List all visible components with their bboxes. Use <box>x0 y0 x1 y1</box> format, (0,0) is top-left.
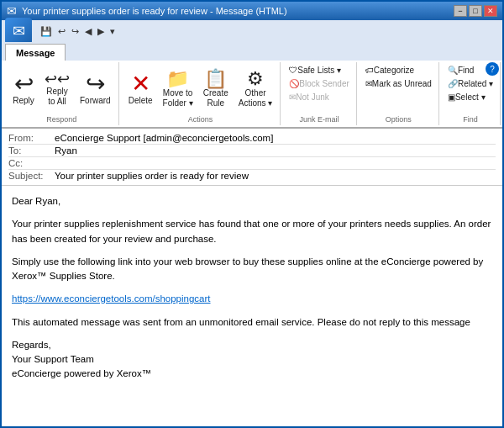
not-junk-button[interactable]: ✉ Not Junk <box>286 91 352 103</box>
safe-lists-button[interactable]: 🛡 Safe Lists ▾ <box>286 64 352 77</box>
tab-message[interactable]: Message <box>5 44 66 61</box>
email-link[interactable]: https://www.econciergetools.com/shopping… <box>12 293 211 304</box>
find-icon: 🔍 <box>448 66 458 75</box>
reply-all-button[interactable]: ↩↩ Replyto All <box>40 69 74 109</box>
email-regards: Regards, Your Support Team eConcierge po… <box>12 338 492 382</box>
window-title: Your printer supplies order is ready for… <box>22 6 287 16</box>
email-header: From: eConcierge Support [admin@econcier… <box>2 129 502 186</box>
categorize-icon: 🏷 <box>365 66 374 75</box>
to-label: To: <box>8 145 55 156</box>
reply-all-icon: ↩↩ <box>45 71 70 87</box>
select-button[interactable]: ▣ Select ▾ <box>444 91 496 103</box>
create-rule-icon: 📋 <box>204 70 227 88</box>
to-value: Ryan <box>55 145 77 156</box>
options-buttons: 🏷 Categorize ✉ Mark as Unread <box>362 64 435 90</box>
categorize-button[interactable]: 🏷 Categorize <box>362 64 435 77</box>
maximize-button[interactable]: □ <box>469 5 482 17</box>
block-sender-button[interactable]: 🚫 Block Sender <box>286 77 352 90</box>
cc-field: Cc: <box>8 157 496 170</box>
select-icon: ▣ <box>448 92 455 102</box>
email-greeting: Dear Ryan, <box>12 194 492 209</box>
respond-buttons: ↩ Reply ↩↩ Replyto All ↪ Forward <box>8 64 115 114</box>
qa-prev[interactable]: ◀ <box>83 26 93 37</box>
mark-unread-button[interactable]: ✉ Mark as Unread <box>362 77 435 90</box>
not-junk-icon: ✉ <box>289 92 296 102</box>
other-actions-button[interactable]: ⚙ OtherActions ▾ <box>234 67 277 111</box>
ribbon-group-respond: ↩ Reply ↩↩ Replyto All ↪ Forward Respond <box>5 62 119 125</box>
close-button[interactable]: ✕ <box>484 5 497 17</box>
from-field: From: eConcierge Support [admin@econcier… <box>8 132 496 145</box>
qa-save[interactable]: 💾 <box>39 26 54 37</box>
email-para3: This automated message was sent from an … <box>12 315 492 330</box>
safe-lists-icon: 🛡 <box>289 66 297 75</box>
create-rule-button[interactable]: 📋 CreateRule <box>199 67 233 111</box>
related-button[interactable]: 🔗 Related ▾ <box>444 77 496 90</box>
respond-label: Respond <box>46 114 76 124</box>
ribbon-tab-bar: Message ? <box>2 42 502 61</box>
qa-next[interactable]: ▶ <box>96 26 106 37</box>
actions-label: Actions <box>188 114 213 124</box>
outlook-icon: ✉ <box>5 18 32 45</box>
qa-dropdown[interactable]: ▾ <box>108 26 117 37</box>
from-value: eConcierge Support [admin@econciergetool… <box>55 133 273 143</box>
title-bar: ✉ Your printer supplies order is ready f… <box>2 2 502 20</box>
forward-button[interactable]: ↪ Forward <box>76 70 115 108</box>
junk-label: Junk E-mail <box>300 114 339 124</box>
cc-label: Cc: <box>8 158 55 168</box>
minimize-button[interactable]: − <box>454 5 467 17</box>
folder-icon: 📁 <box>166 70 189 88</box>
qa-undo[interactable]: ↩ <box>56 26 67 37</box>
from-label: From: <box>8 133 55 143</box>
delete-button[interactable]: ✕ Delete <box>124 70 157 108</box>
subject-value: Your printer supplies order is ready for… <box>55 171 249 181</box>
qa-redo[interactable]: ↪ <box>70 26 81 37</box>
ribbon-group-junk: 🛡 Safe Lists ▾ 🚫 Block Sender ✉ Not Junk… <box>282 62 356 125</box>
mark-unread-icon: ✉ <box>365 79 372 88</box>
forward-icon: ↪ <box>86 72 105 96</box>
ribbon-container: Message ? ↩ Reply ↩↩ Replyto All <box>2 42 502 129</box>
subject-field: Subject: Your printer supplies order is … <box>8 170 496 182</box>
quick-access-toolbar: 💾 ↩ ↪ ◀ ▶ ▾ <box>35 23 120 40</box>
email-body-container[interactable]: Dear Ryan, Your printer supplies repleni… <box>2 186 502 426</box>
reply-button[interactable]: ↩ Reply <box>8 70 39 108</box>
email-window: ✉ Your printer supplies order is ready f… <box>0 0 504 428</box>
reply-icon: ↩ <box>14 72 34 96</box>
email-body: Dear Ryan, Your printer supplies repleni… <box>2 186 502 390</box>
ribbon: ↩ Reply ↩↩ Replyto All ↪ Forward Respond <box>2 61 502 128</box>
find-label: Find <box>463 114 478 124</box>
block-sender-icon: 🚫 <box>289 79 299 88</box>
help-button[interactable]: ? <box>486 62 499 76</box>
move-folder-button[interactable]: 📁 Move toFolder ▾ <box>159 67 197 111</box>
email-para1: Your printer supplies replenishment serv… <box>12 217 492 246</box>
actions-buttons: ✕ Delete 📁 Move toFolder ▾ 📋 CreateRule … <box>124 64 277 114</box>
subject-label: Subject: <box>8 171 55 181</box>
ribbon-group-options: 🏷 Categorize ✉ Mark as Unread Options <box>359 62 439 125</box>
other-actions-icon: ⚙ <box>247 70 264 88</box>
options-label: Options <box>386 114 412 124</box>
window-controls: − □ ✕ <box>454 5 497 17</box>
email-para2: Simply use the following link into your … <box>12 255 492 284</box>
ribbon-group-actions: ✕ Delete 📁 Move toFolder ▾ 📋 CreateRule … <box>121 62 281 125</box>
junk-buttons: 🛡 Safe Lists ▾ 🚫 Block Sender ✉ Not Junk <box>286 64 352 103</box>
delete-icon: ✕ <box>131 72 150 96</box>
to-field: To: Ryan <box>8 145 496 157</box>
related-icon: 🔗 <box>448 79 458 88</box>
